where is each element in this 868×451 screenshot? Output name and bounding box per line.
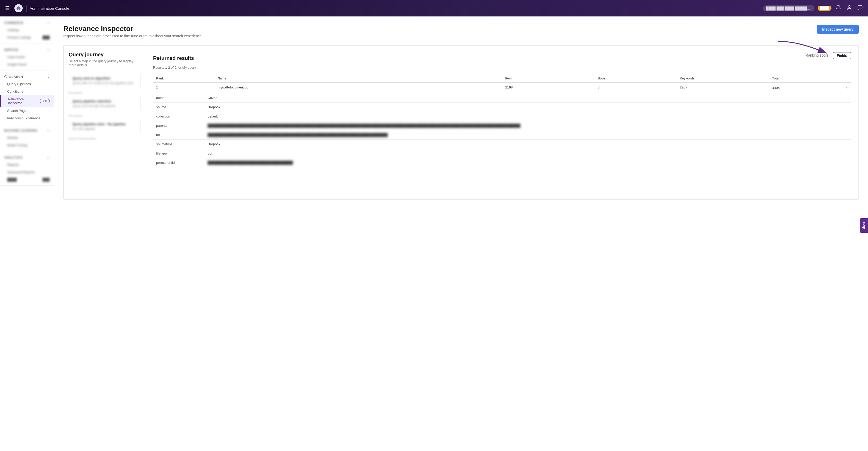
journey-item-1[interactable]: Query sent to algorithm Query after it's… <box>69 73 141 88</box>
view-tabs: Ranking score Fields <box>805 52 851 59</box>
sidebar-item-query-pipelines[interactable]: Query Pipelines <box>0 80 54 88</box>
field-row-uri: uri ████████████████████████████████████… <box>153 130 851 139</box>
sidebar-section-header-analytics[interactable]: Analytics ▼ <box>0 153 54 161</box>
field-row-filetype: filetype pdf <box>153 149 851 158</box>
sidebar-item-product-listings[interactable]: Product Listings ███ <box>0 34 54 41</box>
content-panels: Query journey Select a step in the query… <box>63 45 859 199</box>
tab-fields[interactable]: Fields <box>833 52 851 59</box>
results-table: Rank Name Item Boost Keywords Total 1 my… <box>153 74 851 93</box>
field-value-sourcetype: Dropbox <box>205 139 851 149</box>
sidebar-item-model-tuning[interactable]: Model Tuning <box>0 141 54 149</box>
field-name-uri: uri <box>153 130 205 139</box>
results-subtitle: Results 1-2 of 2 for My query <box>153 66 851 69</box>
cell-total-1: 4405 ∧ <box>769 83 851 93</box>
expand-row-button[interactable]: ∧ <box>845 85 848 90</box>
sidebar-item-insight-panel[interactable]: Insight Panel <box>0 61 54 68</box>
cell-rank-1: 1 <box>153 83 215 93</box>
sidebar: Commerce ▼ Catalog Product Listings ███ … <box>0 17 54 451</box>
journey-item-2-desc: Query sent through the pipeline <box>72 104 136 108</box>
user-profile-button[interactable] <box>846 5 852 12</box>
org-badge: ████ <box>817 6 832 11</box>
col-header-name: Name <box>215 74 502 83</box>
field-value-author: Coveo <box>205 93 851 103</box>
sidebar-item-search-pages[interactable]: Search Pages <box>0 107 54 115</box>
sidebar-section-header-search[interactable]: Search ▲ <box>0 72 54 80</box>
field-value-collection: default <box>205 111 851 121</box>
search-icon <box>4 75 8 79</box>
col-header-keywords: Keywords <box>677 74 769 83</box>
relevance-inspector-beta-badge: Beta <box>40 99 50 103</box>
fields-table-body: author Coveo source Dropbox collection d… <box>153 93 851 167</box>
field-row-author: author Coveo <box>153 93 851 103</box>
field-name-filetype: filetype <box>153 149 205 158</box>
field-name-source: source <box>153 102 205 111</box>
query-journey-panel: Query journey Select a step in the query… <box>64 45 146 199</box>
navbar-icons <box>836 5 863 12</box>
col-header-item: Item <box>502 74 594 83</box>
sidebar-item-relevance-inspector[interactable]: Relevance Inspector Beta <box>0 95 54 107</box>
logo-divider <box>26 5 27 12</box>
cell-item-1: 2198 <box>502 83 594 93</box>
cell-name-1: my-pdf-document.pdf <box>215 83 502 93</box>
sidebar-section-label-analytics: Analytics <box>4 156 23 159</box>
field-name-sourcetype: sourcetype <box>153 139 205 149</box>
field-value-permanentid: ████████████████████████████████████ <box>205 158 851 167</box>
product-listings-badge: ███ <box>42 35 50 39</box>
field-row-source: source Dropbox <box>153 102 851 111</box>
sidebar-section-header-commerce[interactable]: Commerce ▼ <box>0 19 54 26</box>
sidebar-section-header-service[interactable]: Service ▼ <box>0 45 54 53</box>
sidebar-item-catalog[interactable]: Catalog <box>0 26 54 34</box>
navbar: ☰ Administration Console ████ ███ ████ █… <box>0 0 868 17</box>
svg-point-1 <box>18 7 20 9</box>
journey-item-3-desc: No rules applied <box>72 127 136 131</box>
col-header-boost: Boost <box>594 74 677 83</box>
svg-point-2 <box>848 5 850 7</box>
main-layout: Commerce ▼ Catalog Product Listings ███ … <box>0 17 868 451</box>
journey-item-3-title: Query pipeline rules - No pipeline <box>72 122 136 126</box>
sidebar-section-commerce: Commerce ▼ Catalog Product Listings ███ <box>0 17 54 43</box>
svg-line-4 <box>7 78 7 78</box>
chevron-down-icon: ▼ <box>47 22 50 25</box>
journey-item-3[interactable]: Query pipeline rules - No pipeline No ru… <box>69 119 141 134</box>
chevron-up-icon-search: ▲ <box>47 75 50 78</box>
sidebar-item-models[interactable]: Models <box>0 134 54 141</box>
page-header: Relevance Inspector Inspect how queries … <box>63 25 859 38</box>
field-name-parents: parents <box>153 121 205 130</box>
logo <box>14 4 23 13</box>
results-header: Returned results Ranking score Fields <box>153 52 851 65</box>
sidebar-item-analytics-extra[interactable]: ████ ███ <box>0 176 54 183</box>
svg-point-3 <box>5 75 7 78</box>
org-selector[interactable]: ████ ███ ████ ███████████ <box>763 5 814 11</box>
col-header-rank: Rank <box>153 74 215 83</box>
field-row-sourcetype: sourcetype Dropbox <box>153 139 851 149</box>
sidebar-item-in-product-experience[interactable]: In-Product Experience <box>0 115 54 122</box>
field-value-source: Dropbox <box>205 102 851 111</box>
chevron-down-icon-service: ▼ <box>47 49 50 52</box>
sidebar-section-search: Search ▲ Query Pipelines Conditions Rele… <box>0 70 54 124</box>
menu-toggle-button[interactable]: ☰ <box>5 5 10 11</box>
chat-support-button[interactable] <box>857 5 863 12</box>
sidebar-section-label-search: Search <box>4 75 23 79</box>
field-value-filetype: pdf <box>205 149 851 158</box>
results-table-header: Rank Name Item Boost Keywords Total <box>153 74 851 83</box>
journey-item-1-desc: Query after it's routed from the pipelin… <box>72 81 136 85</box>
sidebar-item-advanced-reports[interactable]: Advanced Reports <box>0 168 54 176</box>
journey-step-label-1: Pre-search <box>69 91 141 94</box>
page-title: Relevance Inspector <box>63 25 203 33</box>
help-tab[interactable]: Help <box>860 218 868 233</box>
sidebar-section-label-service: Service <box>4 48 19 52</box>
notification-bell-button[interactable] <box>836 5 841 12</box>
query-journey-subtitle: Select a step in the query journey to di… <box>69 59 141 67</box>
sidebar-section-label-commerce: Commerce <box>4 21 23 25</box>
inspect-new-query-button[interactable]: Inspect new query <box>817 25 859 34</box>
chevron-down-icon-analytics: ▼ <box>47 156 50 159</box>
sidebar-item-conditions[interactable]: Conditions <box>0 88 54 95</box>
sidebar-item-reports[interactable]: Reports <box>0 161 54 168</box>
sidebar-item-case-assist[interactable]: Case Assist <box>0 53 54 61</box>
journey-item-2[interactable]: Query pipeline selection Query sent thro… <box>69 96 141 111</box>
tab-ranking-score[interactable]: Ranking score <box>805 52 829 59</box>
analytics-extra-badge: ███ <box>42 178 50 182</box>
table-row[interactable]: 1 my-pdf-document.pdf 2198 0 2207 4405 ∧ <box>153 83 851 93</box>
sidebar-section-header-ml[interactable]: Machine Learning ▼ <box>0 126 54 134</box>
field-row-parents: parents ████████████████████████████████… <box>153 121 851 130</box>
